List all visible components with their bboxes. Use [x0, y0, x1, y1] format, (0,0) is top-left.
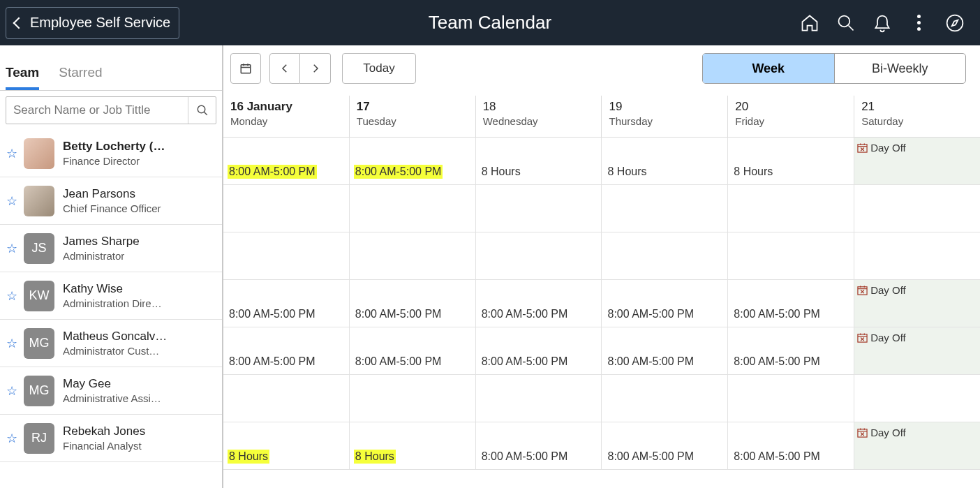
grid-cell[interactable]: 8:00 AM-5:00 PM [602, 422, 728, 469]
grid-cell[interactable] [476, 185, 602, 232]
grid-cell[interactable] [602, 232, 728, 279]
grid-cell[interactable] [223, 375, 350, 422]
schedule-value: 8:00 AM-5:00 PM [480, 307, 570, 321]
search-icon[interactable] [828, 0, 864, 45]
tab-team[interactable]: Team [6, 65, 39, 90]
grid-cell[interactable] [854, 375, 980, 422]
star-icon[interactable]: ☆ [0, 241, 24, 256]
member-title: Administration Dire… [63, 297, 162, 309]
today-button[interactable]: Today [342, 53, 416, 84]
grid-cell[interactable] [476, 232, 602, 279]
day-off-label: Day Off [857, 427, 906, 438]
grid-cell[interactable] [350, 375, 476, 422]
search-button[interactable] [188, 97, 216, 124]
chevron-left-icon [13, 17, 25, 29]
grid-cell[interactable]: 8:00 AM-5:00 PM [350, 280, 476, 327]
grid-cell[interactable]: Day Off [854, 327, 980, 374]
member-text: Kathy WiseAdministration Dire… [63, 282, 162, 309]
grid-cell[interactable]: 8:00 AM-5:00 PM [350, 327, 476, 374]
grid-cell[interactable]: 8 Hours [223, 422, 350, 469]
member-name: Betty Locherty (… [63, 140, 165, 154]
grid-cell[interactable]: 8:00 AM-5:00 PM [476, 422, 602, 469]
day-name: Monday [230, 115, 342, 127]
grid-cell[interactable] [476, 375, 602, 422]
avatar: KW [24, 281, 54, 311]
segment-biweekly[interactable]: Bi-Weekly [835, 54, 966, 83]
member-row[interactable]: ☆MGMay GeeAdministrative Assi… [0, 367, 222, 415]
more-icon[interactable] [900, 0, 937, 45]
back-label: Employee Self Service [30, 15, 170, 31]
member-row[interactable]: ☆JSJames SharpeAdministrator [0, 225, 222, 272]
next-button[interactable] [300, 53, 331, 84]
grid-cell[interactable]: 8 Hours [350, 422, 476, 469]
avatar [24, 138, 54, 169]
avatar: MG [24, 376, 54, 406]
member-row[interactable]: ☆MGMatheus Goncalv…Administrator Cust… [0, 320, 222, 367]
grid-cell[interactable]: 8:00 AM-5:00 PM [602, 327, 728, 374]
grid-cell[interactable]: 8:00 AM-5:00 PM [728, 280, 854, 327]
prev-button[interactable] [269, 53, 300, 84]
svg-rect-20 [858, 287, 867, 295]
grid-cell[interactable] [602, 185, 728, 232]
grid-cell[interactable]: 8:00 AM-5:00 PM [602, 280, 728, 327]
star-icon[interactable]: ☆ [0, 288, 24, 304]
search-input[interactable] [6, 103, 188, 117]
svg-point-3 [198, 105, 205, 113]
grid-cell[interactable]: 8:00 AM-5:00 PM [223, 138, 350, 184]
member-name: Matheus Goncalv… [63, 330, 167, 343]
member-row[interactable]: ☆RJRebekah JonesFinancial Analyst [0, 415, 222, 462]
grid-cell[interactable] [223, 185, 350, 232]
day-name: Friday [735, 115, 847, 127]
main: Team Starred ☆Betty Locherty (…Finance D… [0, 45, 980, 488]
grid-row [223, 185, 980, 232]
grid-cell[interactable] [728, 185, 854, 232]
grid-cell[interactable]: 8:00 AM-5:00 PM [223, 280, 350, 327]
calendar-button[interactable] [230, 53, 261, 84]
member-title: Administrative Assi… [63, 392, 161, 404]
schedule-value: 8 Hours [480, 165, 522, 179]
bell-icon[interactable] [864, 0, 900, 45]
svg-rect-5 [241, 65, 251, 73]
star-icon[interactable]: ☆ [0, 146, 24, 161]
grid-cell[interactable]: Day Off [854, 280, 980, 327]
back-button[interactable]: Employee Self Service [6, 7, 179, 39]
grid-cell[interactable] [854, 185, 980, 232]
grid-row [223, 375, 980, 422]
member-row[interactable]: ☆Jean ParsonsChief Finance Officer [0, 177, 222, 225]
grid-cell[interactable]: 8:00 AM-5:00 PM [223, 327, 350, 374]
star-icon[interactable]: ☆ [0, 431, 24, 446]
member-row[interactable]: ☆KWKathy WiseAdministration Dire… [0, 272, 222, 320]
day-off-label: Day Off [857, 142, 906, 154]
grid-cell[interactable]: 8:00 AM-5:00 PM [728, 422, 854, 469]
grid-cell[interactable] [602, 375, 728, 422]
tab-starred[interactable]: Starred [59, 65, 102, 90]
grid-cell[interactable]: 8 Hours [728, 138, 854, 184]
member-row[interactable]: ☆Betty Locherty (…Finance Director [0, 130, 222, 177]
star-icon[interactable]: ☆ [0, 193, 24, 209]
grid-cell[interactable]: Day Off [854, 422, 980, 469]
grid-cell[interactable] [223, 232, 350, 279]
content: Today Week Bi-Weekly 16 JanuaryMonday17T… [223, 45, 980, 488]
grid-cell[interactable]: 8 Hours [476, 138, 602, 184]
grid-cell[interactable]: Day Off [854, 138, 980, 184]
grid-cell[interactable]: 8:00 AM-5:00 PM [476, 280, 602, 327]
grid-cell[interactable]: 8:00 AM-5:00 PM [728, 327, 854, 374]
grid-cell[interactable] [350, 232, 476, 279]
home-icon[interactable] [792, 0, 828, 45]
day-header-cell: 20Friday [728, 96, 854, 137]
grid-cell[interactable] [854, 232, 980, 279]
view-segment: Week Bi-Weekly [702, 53, 966, 84]
grid-cell[interactable] [728, 375, 854, 422]
grid-cell[interactable] [350, 185, 476, 232]
day-off-label: Day Off [857, 332, 906, 343]
star-icon[interactable]: ☆ [0, 336, 24, 351]
grid-cell[interactable]: 8 Hours [602, 138, 728, 184]
compass-icon[interactable] [937, 0, 973, 45]
segment-week[interactable]: Week [703, 54, 835, 83]
grid-cell[interactable]: 8:00 AM-5:00 PM [350, 138, 476, 184]
grid-cell[interactable] [728, 232, 854, 279]
star-icon[interactable]: ☆ [0, 383, 24, 399]
search-box [6, 96, 216, 124]
grid-cell[interactable]: 8:00 AM-5:00 PM [476, 327, 602, 374]
day-header-cell: 17Tuesday [350, 96, 476, 137]
